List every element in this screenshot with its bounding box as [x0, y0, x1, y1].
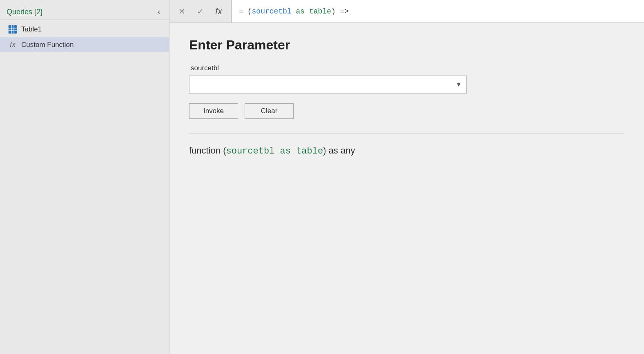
formula-bar: ✕ ✓ fx = (sourcetbl as table) => [169, 0, 644, 23]
formula-fx-label: fx [213, 5, 225, 18]
main-panel: ✕ ✓ fx = (sourcetbl as table) => Enter P… [169, 0, 644, 354]
function-sig-code: sourcetbl as table [226, 146, 323, 156]
sidebar-item-label-custom-function: Custom Function [21, 41, 74, 49]
sidebar-header: Queries [2] ‹ [0, 4, 169, 20]
svg-rect-0 [9, 25, 17, 33]
table-icon [8, 25, 17, 34]
collapse-button[interactable]: ‹ [155, 7, 163, 16]
sidebar-title[interactable]: Queries [2] [7, 8, 42, 16]
sidebar-item-label-table1: Table1 [21, 25, 42, 33]
function-sig-end-text: ) as any [323, 145, 355, 156]
formula-cancel-button[interactable]: ✕ [176, 6, 188, 17]
section-title: Enter Parameter [189, 38, 624, 53]
formula-input-display[interactable]: = (sourcetbl as table) => [232, 0, 644, 22]
sidebar: Queries [2] ‹ Table1 fx Custom Function [0, 0, 169, 354]
param-label: sourcetbl [191, 64, 624, 72]
invoke-button[interactable]: Invoke [189, 103, 238, 119]
formula-controls: ✕ ✓ fx [169, 0, 232, 22]
fx-icon: fx [8, 40, 17, 49]
sourcetbl-dropdown[interactable]: ▼ [189, 76, 467, 94]
function-sig-plain-text: function ( [189, 145, 226, 156]
clear-button[interactable]: Clear [245, 103, 294, 119]
function-signature: function (sourcetbl as table) as any [189, 145, 624, 156]
formula-confirm-button[interactable]: ✓ [194, 6, 206, 17]
divider [189, 134, 624, 134]
content-area: Enter Parameter sourcetbl ▼ Invoke Clear… [169, 23, 644, 354]
sidebar-item-table1[interactable]: Table1 [0, 22, 169, 37]
formula-equals: = (sourcetbl as table) => [238, 7, 349, 16]
dropdown-arrow-icon: ▼ [456, 81, 461, 88]
sidebar-item-custom-function[interactable]: fx Custom Function [0, 37, 169, 52]
button-row: Invoke Clear [189, 103, 624, 119]
